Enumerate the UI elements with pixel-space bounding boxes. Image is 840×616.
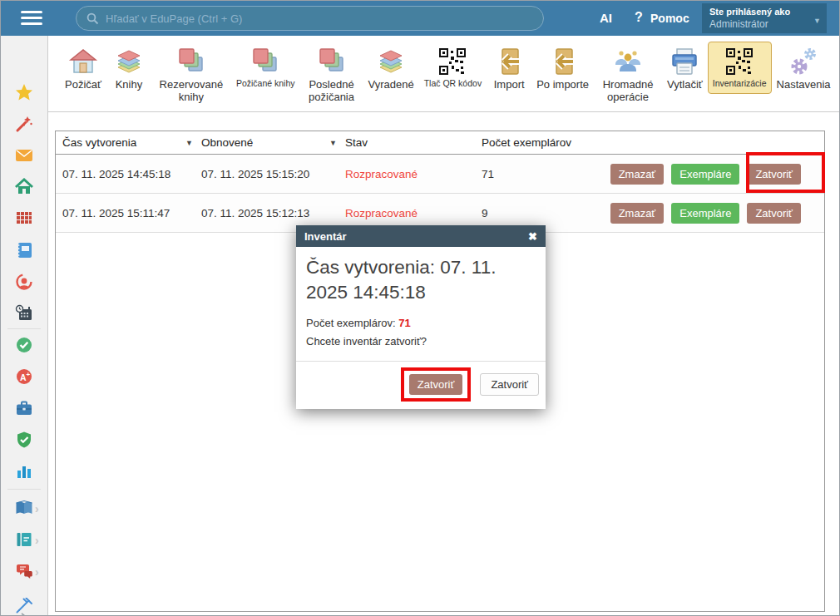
toolbar-item-label: Požičané knihy (236, 79, 295, 89)
toolbar-item-import[interactable]: Import (487, 42, 531, 96)
chat-bubbles-icon (15, 562, 33, 580)
import-arrow-icon (494, 47, 524, 76)
toolbar-item-label: Po importe (536, 79, 589, 91)
column-label: Počet exemplárov (482, 136, 571, 149)
cell-count: 71 (482, 168, 606, 180)
cancel-close-button[interactable]: Zatvoriť (480, 373, 539, 396)
documents-icon (15, 530, 33, 549)
cards-stack-icon (317, 47, 347, 76)
sidebar-item-chat[interactable]: › (15, 562, 33, 580)
person-refresh-icon (15, 273, 33, 291)
sidebar-item-agenda[interactable] (15, 399, 33, 417)
sort-desc-icon[interactable]: ▼ (329, 139, 337, 147)
ai-button[interactable]: AI (600, 11, 612, 25)
sidebar-item-admin[interactable] (15, 431, 33, 449)
svg-text:+: + (27, 371, 31, 378)
sidebar-item-timetable[interactable] (15, 209, 33, 228)
book-layers-icon (376, 47, 406, 76)
sort-desc-icon[interactable]: ▼ (185, 139, 193, 147)
cell-renewed: 07. 11. 2025 15:15:20 (201, 168, 345, 180)
toolbar-item-tlac-qr-kodov[interactable]: Tlač QR kódov (419, 42, 487, 94)
toolbar-item-knihy[interactable]: Knihy (106, 42, 151, 96)
people-group-icon (613, 47, 643, 76)
sidebar-item-library[interactable]: › (15, 499, 33, 517)
chevron-right-icon: › (35, 502, 39, 515)
close-icon[interactable]: ✖ (528, 230, 537, 243)
toolbar-item-inventarizacie[interactable]: Inventarizácie (708, 42, 772, 94)
delete-button[interactable]: Zmazať (610, 164, 665, 185)
user-menu[interactable]: Ste prihlásený ako Administrátor ▼ (702, 3, 827, 33)
copies-button[interactable]: Exempláre (671, 203, 739, 224)
column-label: Obnovené (201, 136, 253, 149)
column-header-cas-vytvorenia[interactable]: Čas vytvorenia ▼ (56, 136, 201, 149)
sidebar-item-calendar[interactable] (15, 304, 33, 323)
toolbar-item-label: Vyradené (368, 79, 414, 91)
toolbar-item-hromadne-operacie[interactable]: Hromadné operácie (594, 42, 662, 108)
toolbar-item-label: Nastavenia (777, 79, 831, 91)
sidebar-item-results[interactable] (15, 462, 33, 480)
confirm-close-button[interactable]: Zatvoriť (409, 374, 463, 395)
column-header-pocet-exemplarov[interactable]: Počet exemplárov (482, 136, 606, 149)
search-input[interactable] (106, 12, 533, 25)
status-badge: Rozpracované (345, 168, 482, 180)
magic-wand-icon (15, 115, 33, 133)
user-role: Administrátor (709, 18, 808, 30)
toolbar-item-label: Import (494, 79, 525, 91)
table-header-row: Čas vytvorenia ▼ Obnovené ▼ Stav Počet e… (56, 131, 824, 155)
toolbar-item-po-importe[interactable]: Po importe (531, 42, 594, 96)
bar-chart-icon (15, 462, 33, 480)
dialog-title: Inventár (304, 230, 347, 243)
column-header-obnovene[interactable]: Obnovené ▼ (201, 136, 345, 149)
delete-button[interactable]: Zmazať (610, 203, 665, 224)
cell-renewed: 07. 11. 2025 15:12:13 (201, 207, 345, 219)
toolbar-item-rezervovane-knihy[interactable]: Rezervované knihy (151, 42, 231, 108)
toolbar-item-pozicane-knihy[interactable]: Požičané knihy (231, 42, 300, 94)
cell-created: 07. 11. 2025 14:45:18 (56, 168, 201, 180)
toolbar-item-label: Hromadné operácie (599, 79, 657, 103)
star-icon (15, 83, 33, 101)
toolbar-item-vyradene[interactable]: Vyradené (363, 42, 419, 96)
sidebar-item-wizard[interactable] (15, 115, 33, 133)
house-icon (68, 47, 98, 76)
app-sidebar: A + (1, 36, 48, 615)
cards-stack-icon (250, 47, 280, 76)
copies-button[interactable]: Exempláre (671, 164, 739, 185)
sidebar-item-grades[interactable]: A + (15, 367, 33, 386)
column-header-stav[interactable]: Stav (345, 136, 482, 149)
sidebar-item-documents[interactable]: › (15, 530, 33, 549)
calendar-clock-icon (15, 304, 33, 323)
search-icon (86, 12, 99, 25)
chevron-right-icon: › (35, 565, 39, 579)
sidebar-item-canteen[interactable] (15, 598, 33, 615)
toolbar-item-label: Tlač QR kódov (424, 79, 482, 89)
copies-count-value: 71 (398, 317, 410, 329)
help-question-icon[interactable]: ? (635, 10, 643, 25)
dialog-body: Čas vytvorenia: 07. 11. 2025 14:45:18 Po… (296, 247, 546, 361)
sidebar-item-home[interactable] (15, 178, 33, 196)
toolbar-item-posledne-pozicania[interactable]: Posledné požičania (300, 42, 363, 108)
sidebar-item-attendance[interactable] (15, 336, 33, 354)
chevron-right-icon: › (35, 534, 39, 547)
toolbar-item-nastavenia[interactable]: Nastavenia (772, 42, 836, 96)
hamburger-menu-icon[interactable] (21, 11, 42, 26)
edupage-library-window: AI ? Pomoc Ste prihlásený ako Administrá… (0, 0, 840, 616)
search-box[interactable] (76, 6, 544, 31)
confirm-question: Chcete inventár zatvoriť? (306, 335, 536, 347)
sidebar-item-mail[interactable] (15, 146, 33, 165)
sidebar-item-notebook[interactable] (15, 241, 33, 259)
dialog-heading: Čas vytvorenia: 07. 11. 2025 14:45:18 (306, 255, 536, 306)
sidebar-item-favorites[interactable] (15, 83, 33, 101)
toolbar-item-pozicat[interactable]: Požičať (60, 42, 106, 96)
close-inventory-button[interactable]: Zatvoriť (747, 164, 801, 185)
user-label: Ste prihlásený ako (709, 6, 808, 18)
help-button[interactable]: Pomoc (650, 12, 689, 25)
toolbar-item-vytlacit[interactable]: Vytlačiť (662, 42, 708, 96)
chevron-down-icon: ▼ (813, 17, 821, 25)
column-label: Stav (345, 136, 368, 149)
toolbar-item-label: Posledné požičania (305, 79, 358, 103)
sidebar-item-substitutions[interactable] (15, 273, 33, 291)
status-badge: Rozpracované (345, 207, 482, 219)
dialog-footer: Zatvoriť Zatvoriť (296, 361, 546, 409)
close-inventory-button[interactable]: Zatvoriť (747, 203, 801, 224)
import-arrow-icon (548, 47, 578, 76)
